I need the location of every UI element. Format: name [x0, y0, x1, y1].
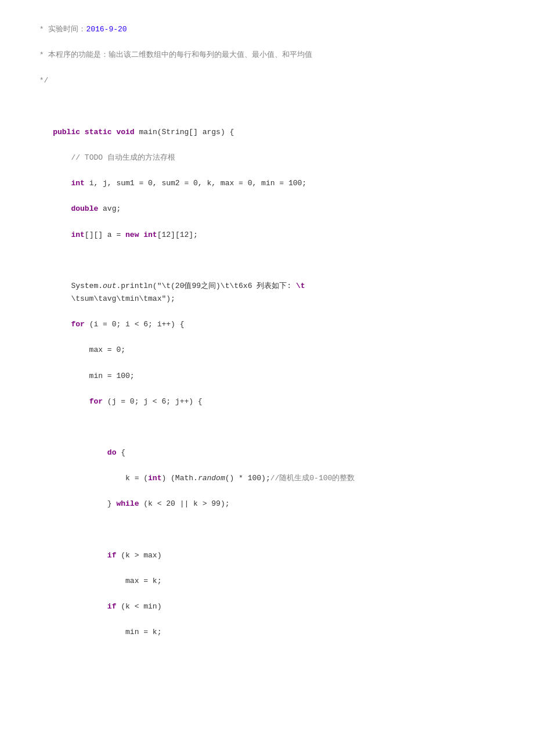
if-min-line: if (k < min)	[35, 600, 499, 613]
blank-line	[35, 613, 499, 626]
blank-line	[35, 421, 499, 434]
blank-line	[35, 357, 499, 369]
blank-line	[35, 408, 499, 421]
blank-line	[35, 139, 499, 152]
blank-line	[35, 100, 499, 113]
new-keyword: new	[125, 231, 139, 239]
blank-line	[35, 242, 499, 254]
code-editor: * 实验时间：2016-9-20 * 本程序的功能是：输出该二维数组中的每行和每…	[35, 23, 499, 639]
max-init-line: max = 0;	[35, 344, 499, 357]
blank-line	[35, 36, 499, 49]
if-keyword-1: if	[107, 551, 117, 560]
public-keyword: public	[53, 128, 80, 136]
blank-line	[35, 485, 499, 498]
blank-line	[35, 588, 499, 600]
int-cast-keyword: int	[148, 474, 161, 483]
while-line: } while (k < 20 || k > 99);	[35, 498, 499, 510]
blank-line	[35, 164, 499, 177]
blank-line	[35, 537, 499, 549]
max-assign-line: max = k;	[35, 575, 499, 588]
do-keyword: do	[107, 448, 117, 457]
blank-line	[35, 511, 499, 524]
blank-line	[35, 113, 499, 126]
double-declaration-line: double avg;	[35, 203, 499, 215]
if-keyword-2: if	[107, 602, 117, 611]
comment-desc-line: * 本程序的功能是：输出该二维数组中的每行和每列的最大值、最小值、和平均值	[35, 49, 499, 62]
blank-line	[35, 87, 499, 100]
for-keyword-1: for	[71, 320, 84, 329]
double-keyword: double	[71, 204, 98, 213]
blank-line	[35, 62, 499, 74]
min-assign-line: min = k;	[35, 626, 499, 639]
comment-date-line: * 实验时间：2016-9-20	[35, 23, 499, 36]
blank-line	[35, 524, 499, 537]
todo-comment: // TODO 自动生成的方法存根	[71, 153, 175, 162]
for-loop-1-line: for (i = 0; i < 6; i++) {	[35, 318, 499, 331]
comment-end-line: */	[35, 74, 499, 87]
tab-keyword: \t	[296, 282, 305, 290]
main-method-line: public static void main(String[] args) {	[35, 126, 499, 139]
blank-line	[35, 267, 499, 280]
int-declaration-line: int i, j, sum1 = 0, sum2 = 0, k, max = 0…	[35, 177, 499, 190]
todo-comment-line: // TODO 自动生成的方法存根	[35, 152, 499, 164]
random-comment: //随机生成0-100的整数	[270, 474, 355, 483]
blank-line	[35, 434, 499, 447]
while-keyword: while	[116, 499, 139, 508]
static-keyword: static	[85, 128, 112, 136]
if-max-line: if (k > max)	[35, 549, 499, 562]
blank-line	[35, 562, 499, 575]
blank-line	[35, 305, 499, 318]
blank-line	[35, 383, 499, 395]
void-keyword: void	[116, 128, 134, 136]
date-value: 2016-9-20	[86, 25, 127, 34]
do-line: do {	[35, 447, 499, 459]
blank-line	[35, 215, 499, 228]
blank-line	[35, 459, 499, 472]
blank-line	[35, 190, 499, 203]
array-declaration-line: int[][] a = new int[12][12];	[35, 229, 499, 242]
int-keyword-3: int	[143, 231, 157, 239]
random-method: random	[198, 474, 225, 483]
blank-line	[35, 254, 499, 267]
for-loop-2-line: for (j = 0; j < 6; j++) {	[35, 395, 499, 408]
system-out-line: System.out.println("\t(20值99之间)\t\t6x6 列…	[35, 280, 499, 305]
min-init-line: min = 100;	[35, 370, 499, 383]
int-keyword-1: int	[71, 179, 84, 188]
k-assign-line: k = (int) (Math.random() * 100);//随机生成0-…	[35, 472, 499, 485]
blank-line	[35, 331, 499, 344]
for-keyword-2: for	[89, 397, 103, 406]
out-italic: out	[103, 282, 116, 290]
int-keyword-2: int	[71, 231, 84, 239]
